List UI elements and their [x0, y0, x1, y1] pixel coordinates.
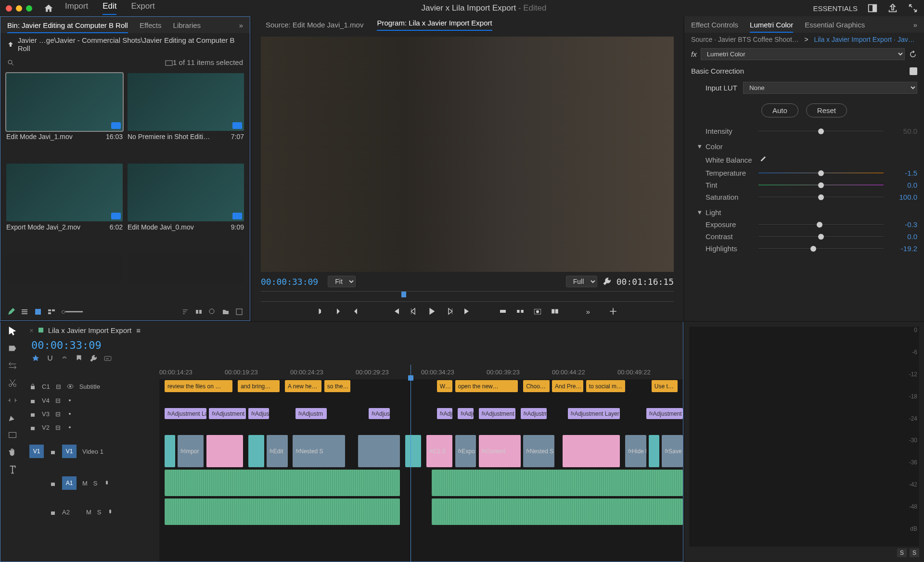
effect-select[interactable]: Lumetri Color — [701, 48, 905, 60]
fullscreen-icon[interactable] — [908, 3, 918, 13]
v1-source[interactable]: V1 — [29, 445, 44, 458]
nest-icon[interactable] — [31, 354, 40, 363]
caption-icon[interactable]: cc — [103, 354, 112, 363]
video-clip[interactable]: fx Edit — [267, 435, 288, 467]
video-clip[interactable]: fx Expo — [455, 435, 476, 467]
close-seq-icon[interactable]: × — [29, 326, 34, 334]
adjustment-clip[interactable]: fx Adjustment La — [165, 408, 206, 419]
folder-up-icon[interactable] — [7, 41, 14, 48]
tab-effect-controls[interactable]: Effect Controls — [691, 21, 738, 29]
thumbnail-item[interactable]: Edit Mode Javi_1.mov16:03 — [6, 73, 123, 159]
video-clip[interactable]: fx Impor — [178, 435, 204, 467]
in-point-icon[interactable] — [334, 307, 343, 316]
meter-display[interactable]: 0-6-12-18-24-30-36-42-48dB — [689, 327, 919, 547]
video-clip[interactable]: fx Hide L — [625, 435, 646, 467]
lock-icon[interactable] — [29, 383, 36, 390]
video-clip[interactable] — [206, 435, 243, 467]
track-select-tool[interactable] — [7, 343, 18, 354]
tab-source[interactable]: Source: Edit Mode Javi_1.mov — [266, 21, 363, 29]
tab-program[interactable]: Program: Lila x Javier Import Export — [377, 19, 492, 31]
zoom-fit[interactable]: Fit — [328, 276, 356, 287]
out-point-icon[interactable] — [351, 307, 360, 316]
subtitle-clip[interactable]: open the new… — [455, 380, 518, 392]
tint-value[interactable]: 0.0 — [888, 181, 917, 189]
snap-icon[interactable] — [46, 354, 54, 363]
sort-icon[interactable] — [181, 308, 189, 316]
contrast-slider[interactable] — [758, 236, 884, 237]
workspace-export[interactable]: Export — [131, 1, 154, 15]
input-lut-select[interactable]: None — [743, 82, 917, 94]
timeline-tracks[interactable]: 00:00:14:2300:00:19:2300:00:24:2300:00:2… — [159, 365, 683, 562]
ripple-tool[interactable] — [7, 360, 18, 371]
video-clip[interactable]: fx C1.3 — [426, 435, 452, 467]
adjustment-clip[interactable]: fx Adju — [458, 408, 474, 419]
intensity-value[interactable]: 50.0 — [888, 127, 917, 135]
resolution[interactable]: Full — [566, 276, 597, 287]
panel-menu-icon[interactable]: » — [239, 21, 243, 29]
video-clip[interactable] — [248, 435, 264, 467]
add-button-icon[interactable] — [608, 307, 618, 316]
workspace-edit[interactable]: Edit — [103, 1, 116, 15]
close-window[interactable] — [6, 5, 12, 12]
highlights-value[interactable]: -19.2 — [888, 244, 917, 253]
video-clip[interactable] — [405, 435, 421, 467]
adjustment-clip[interactable]: fx Adjus — [248, 408, 270, 419]
goto-out-icon[interactable] — [463, 307, 472, 316]
video-clip[interactable]: fx Save — [662, 435, 683, 467]
play-icon[interactable] — [426, 306, 437, 317]
subtitle-clip[interactable]: review the files on … — [165, 380, 232, 392]
goto-in-icon[interactable] — [392, 307, 400, 316]
new-bin-icon[interactable] — [165, 59, 173, 66]
audio-clip[interactable] — [432, 498, 683, 525]
adjustment-clip[interactable]: fx Adjust — [369, 408, 390, 419]
video-clip[interactable] — [649, 435, 659, 467]
extract-icon[interactable] — [516, 307, 525, 316]
exposure-slider[interactable] — [758, 224, 884, 225]
subtitle-clip[interactable]: And Pre… — [552, 380, 583, 392]
audio-clip[interactable] — [165, 498, 400, 525]
adjustment-clip[interactable]: fx Adjustment Layer — [568, 408, 620, 419]
saturation-slider[interactable] — [758, 197, 884, 198]
panel-overflow-icon[interactable]: » — [913, 21, 917, 29]
tab-bin[interactable]: Bin: Javier Editing at Computer B Roll — [7, 21, 128, 29]
adjustment-clip[interactable]: fx Adjustme — [521, 408, 547, 419]
workspace-import[interactable]: Import — [65, 1, 88, 15]
temperature-slider[interactable] — [758, 173, 884, 174]
program-monitor[interactable] — [261, 37, 674, 272]
lift-icon[interactable] — [499, 307, 507, 316]
audio-clip[interactable] — [432, 470, 683, 496]
mic-icon[interactable] — [103, 480, 110, 486]
playhead[interactable] — [411, 365, 411, 562]
reset-effect-icon[interactable] — [909, 50, 917, 59]
thumbnail-item[interactable]: Edit Mode Javi_0.mov9:09 — [128, 164, 244, 249]
new-item-icon[interactable] — [235, 308, 243, 316]
adjustment-clip[interactable]: fx Adju — [437, 408, 453, 419]
timecode-in[interactable]: 00:00:33:09 — [261, 277, 318, 287]
new-folder-icon[interactable] — [222, 308, 230, 316]
basic-correction-header[interactable]: Basic Correction — [691, 67, 744, 75]
minimize-window[interactable] — [16, 5, 22, 12]
timeline-timecode[interactable]: 00:00:33:09 — [25, 338, 683, 352]
comparison-icon[interactable] — [551, 307, 559, 316]
breadcrumb[interactable]: Javier …ge\Javier - Commercial Shots\Jav… — [0, 33, 250, 55]
subtitle-clip[interactable]: so the… — [324, 380, 350, 392]
thumbnail-item[interactable]: Export Mode Javi_2.mov6:02 — [6, 164, 123, 249]
settings-icon[interactable] — [602, 277, 612, 286]
track-v4[interactable]: V4 — [42, 397, 50, 404]
video-clip[interactable]: fx Content — [479, 435, 521, 467]
audio-clip[interactable] — [165, 470, 400, 496]
step-fwd-icon[interactable] — [446, 307, 454, 316]
contrast-value[interactable]: 0.0 — [888, 232, 917, 241]
adjustment-clip[interactable]: fx Adjustment Lay — [209, 408, 245, 419]
tab-lumetri[interactable]: Lumetri Color — [750, 21, 793, 29]
export-frame-icon[interactable] — [533, 307, 542, 316]
maximize-window[interactable] — [26, 5, 32, 12]
icon-view-icon[interactable] — [34, 308, 42, 316]
saturation-value[interactable]: 100.0 — [888, 193, 917, 201]
a1-target[interactable]: A1 — [62, 476, 77, 490]
light-section[interactable]: Light — [706, 208, 721, 217]
eyedropper-icon[interactable] — [758, 155, 767, 164]
track-v3[interactable]: V3 — [42, 410, 50, 418]
track-c1[interactable]: C1 — [42, 383, 50, 390]
solo-1[interactable]: S — [897, 549, 907, 557]
